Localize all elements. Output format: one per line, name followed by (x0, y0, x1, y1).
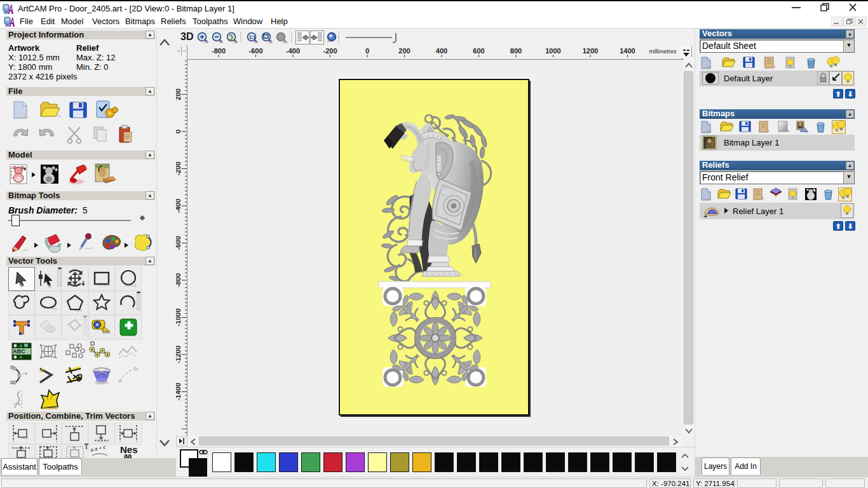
svg-text:1200: 1200 (583, 47, 598, 55)
svg-text:ABC: ABC (13, 348, 25, 355)
svg-text:1:1: 1:1 (249, 35, 255, 39)
svg-text:-600: -600 (248, 47, 262, 55)
svg-text:a a + c: a a + c (90, 444, 107, 453)
svg-text:-200: -200 (176, 161, 182, 175)
svg-text:millimetres: millimetres (649, 48, 677, 55)
svg-text:-400: -400 (286, 47, 300, 55)
svg-text:-800: -800 (176, 273, 182, 287)
svg-text:-1400: -1400 (176, 383, 182, 400)
svg-text:800: 800 (510, 47, 522, 55)
svg-text:aa: aa (124, 452, 132, 458)
svg-text:600: 600 (473, 47, 484, 55)
svg-text:200: 200 (398, 47, 410, 55)
svg-text:+: + (703, 212, 707, 219)
svg-text:0: 0 (176, 130, 182, 133)
svg-text:-600: -600 (176, 236, 182, 250)
svg-text:-200: -200 (323, 47, 337, 55)
svg-text:-1200: -1200 (176, 346, 182, 363)
svg-text:-1000: -1000 (176, 308, 182, 326)
svg-text:1400: 1400 (620, 47, 635, 55)
svg-text:0: 0 (365, 47, 369, 55)
svg-text:-800: -800 (212, 47, 226, 55)
svg-text:1000: 1000 (545, 47, 560, 55)
svg-text:200: 200 (176, 88, 182, 100)
svg-text:400: 400 (436, 47, 447, 55)
svg-text:-400: -400 (176, 199, 182, 213)
